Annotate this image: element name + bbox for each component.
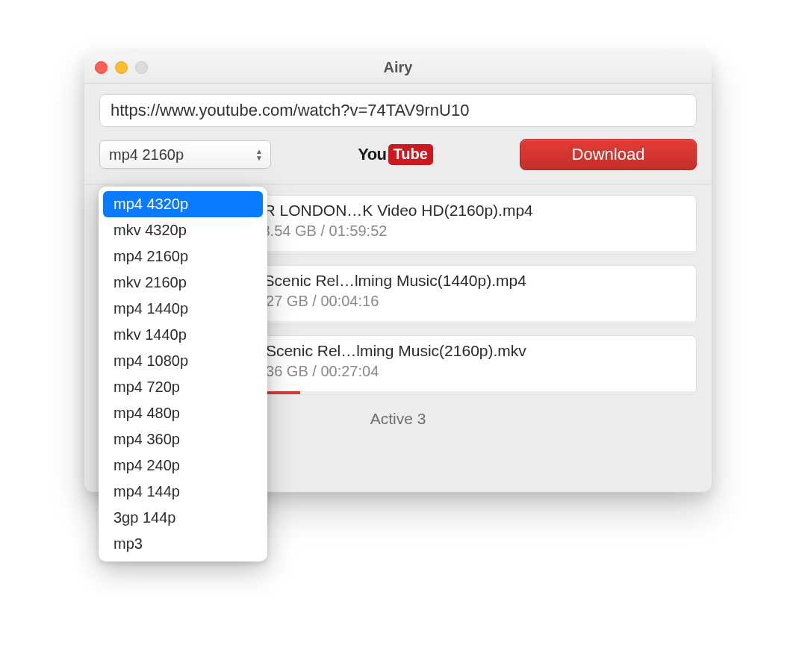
titlebar: Airy (84, 52, 712, 84)
toolbar: mp4 2160p ▲▼ You Tube Download (84, 84, 712, 184)
download-title: way 4K - Scenic Rel…lming Music(1440p).m… (199, 272, 685, 290)
youtube-logo-you: You (358, 145, 386, 164)
format-option[interactable]: mp4 1440p (103, 296, 263, 322)
download-title: aine 4K - Scenic Rel…lming Music(2160p).… (199, 342, 685, 360)
format-option[interactable]: mp4 2160p (103, 243, 263, 270)
url-input[interactable] (99, 94, 697, 127)
format-option[interactable]: mp3 (103, 531, 263, 557)
format-option[interactable]: mp4 360p (103, 426, 263, 452)
download-button-label: Download (572, 145, 645, 164)
format-option[interactable]: mp4 4320p (103, 191, 263, 217)
youtube-logo-tube: Tube (388, 144, 433, 165)
format-option[interactable]: mkv 4320p (103, 217, 263, 243)
format-option[interactable]: mp4 144p (103, 479, 263, 505)
format-option[interactable]: mkv 2160p (103, 270, 263, 296)
format-dropdown[interactable]: mp4 4320pmkv 4320pmp4 2160pmkv 2160pmp4 … (99, 187, 267, 561)
format-option[interactable]: mp4 240p (103, 452, 263, 479)
download-subtitle: 4 GB of 7.36 GB / 00:27:04 (199, 363, 685, 380)
youtube-logo: You Tube (358, 144, 433, 165)
format-selected-label: mp4 2160p (109, 146, 184, 164)
format-option[interactable]: mp4 1080p (103, 348, 263, 374)
format-option[interactable]: mkv 1440p (103, 322, 263, 348)
format-option[interactable]: 3gp 144p (103, 505, 263, 531)
download-button[interactable]: Download (520, 139, 697, 170)
format-option[interactable]: mp4 720p (103, 374, 263, 400)
download-title: ING OVER LONDON…K Video HD(2160p).mp4 (199, 202, 685, 220)
window-title: Airy (84, 59, 712, 76)
download-subtitle: 2 GB of 3.27 GB / 00:04:16 (199, 293, 685, 310)
download-subtitle: 0 GB of 18.54 GB / 01:59:52 (199, 223, 685, 240)
format-option[interactable]: mp4 480p (103, 400, 263, 426)
chevron-up-down-icon: ▲▼ (252, 144, 266, 165)
format-select[interactable]: mp4 2160p ▲▼ (99, 140, 271, 169)
